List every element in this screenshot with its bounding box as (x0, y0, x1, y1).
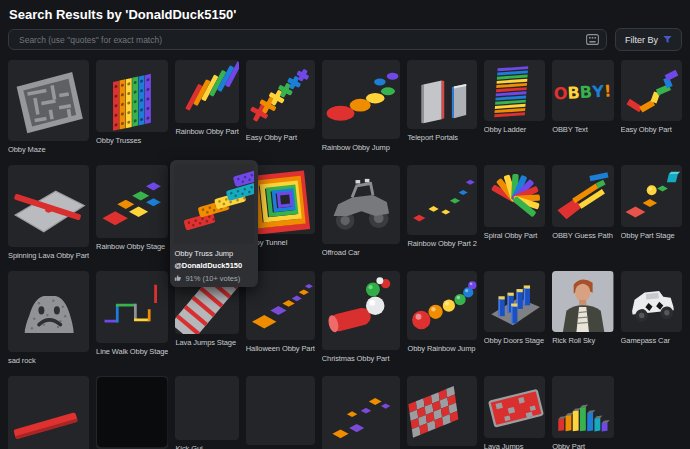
asset-tile[interactable]: Obby Maze (8, 60, 89, 154)
asset-grid: Obby MazeObby TrussesRainbow Obby PartEa… (0, 51, 690, 449)
sadRock-thumbnail (8, 271, 89, 352)
asset-label: Line Walk Obby Stage (96, 347, 168, 356)
asset-tile[interactable]: Obby Part Stage (621, 165, 682, 259)
blank-thumbnail (175, 376, 238, 439)
filter-by-button[interactable]: Filter By (615, 28, 682, 51)
doorsStage-thumbnail (484, 271, 545, 332)
asset-tile[interactable]: Rainbow Obby Part 2 (407, 165, 476, 259)
lavaSpinner-thumbnail (8, 165, 89, 246)
hover-card-rating: 91% (10+ votes) (174, 274, 254, 282)
asset-tile[interactable]: Spinning Lava Obby Part (8, 165, 89, 259)
hover-card-title: Obby Truss Jump (174, 249, 254, 258)
asset-tile[interactable]: Obby Ladder (484, 60, 545, 154)
asset-label: OBBY Guess Path (552, 231, 613, 240)
rating-text: 91% (10+ votes) (185, 275, 240, 283)
search-input[interactable] (8, 29, 607, 50)
asset-label: Easy Obby Part (621, 125, 682, 134)
asset-tile[interactable]: Spiral Obby Part (484, 165, 545, 259)
rainbowSteps-thumbnail (552, 376, 613, 437)
trussJump-thumbnail (174, 164, 254, 244)
asset-label: Rainbow Obby Jump (322, 143, 401, 152)
asset-tile[interactable]: Darkest Sky (96, 376, 168, 449)
asset-tile[interactable]: Obby Part (552, 376, 613, 449)
offroadCar-thumbnail (322, 165, 401, 244)
lineWalk-thumbnail (96, 271, 168, 343)
asset-tile[interactable]: Obby Trusses (96, 60, 168, 154)
asset-tile[interactable]: Kick Gui (175, 376, 238, 449)
asset-tile[interactable]: Offroad Car (322, 165, 401, 259)
page-title: Search Results by 'DonaldDuck5150' (0, 0, 690, 28)
guessPath-thumbnail (552, 165, 613, 226)
asset-label: Rainbow Obby Stage (96, 242, 168, 251)
rainbowSpheres-thumbnail (407, 271, 476, 340)
asset-tile[interactable]: Obby Rainbow Jump (407, 271, 476, 365)
filter-by-label: Filter By (625, 35, 658, 45)
asset-tile[interactable]: Gamepass Car (621, 271, 682, 365)
smallDiamonds-thumbnail (407, 165, 476, 234)
asset-tile[interactable]: Obby Truss Jump Obby Truss Jump @DonaldD… (175, 165, 238, 259)
halloween2-thumbnail (322, 376, 401, 449)
asset-tile[interactable]: Lava Floor Stage (407, 376, 476, 449)
asset-tile[interactable]: Halloween Obby Part v2 (322, 376, 401, 449)
asset-label: Offroad Car (322, 248, 401, 257)
asset-tile[interactable]: sad rock (8, 271, 89, 365)
search-field-wrap (8, 29, 607, 51)
asset-label: Spiral Obby Part (484, 231, 545, 240)
zigzag-thumbnail (621, 60, 682, 121)
asset-label: Obby Doors Stage (484, 336, 545, 345)
toolbar: Filter By (0, 28, 690, 51)
asset-tile[interactable]: Rick Roll Sky (552, 271, 613, 365)
obbyText-thumbnail: OBBY! (552, 60, 613, 121)
shapesStage-thumbnail (621, 165, 682, 226)
svg-text:OBBY!: OBBY! (553, 81, 612, 103)
asset-tile[interactable]: Laser For Obby (8, 376, 89, 449)
asset-label: Lava Jumps (484, 442, 545, 449)
portals-thumbnail (407, 60, 476, 129)
rickRoll-thumbnail (552, 271, 613, 332)
asset-label: Rick Roll Sky (552, 336, 613, 345)
asset-label: Lava Jumps Stage (175, 338, 238, 347)
asset-tile[interactable]: Easy Obby Part (621, 60, 682, 154)
trussWall-thumbnail (96, 60, 168, 132)
asset-tile[interactable]: Lava Jumps (484, 376, 545, 449)
asset-label: Spinning Lava Obby Part (8, 251, 89, 260)
asset-tile[interactable]: Christmas Obby Part (322, 271, 401, 365)
jumpPads-thumbnail (322, 60, 401, 139)
asset-label: Obby Trusses (96, 136, 168, 145)
asset-tile[interactable]: Rainbow Obby Jump (322, 60, 401, 154)
asset-tile[interactable]: Line Walk Obby Stage (96, 271, 168, 365)
asset-label: Obby Ladder (484, 125, 545, 134)
asset-hover-card[interactable]: Obby Truss Jump @DonaldDuck5150 91% (10+… (170, 160, 258, 287)
asset-tile[interactable]: Rainbow Obby Part (175, 60, 238, 154)
hover-card-author[interactable]: @DonaldDuck5150 (174, 261, 254, 270)
filter-funnel-icon (663, 35, 672, 44)
colorSquares-thumbnail (96, 165, 168, 237)
asset-label: Kick Gui (175, 444, 238, 449)
asset-label: Christmas Obby Part (322, 354, 401, 363)
crosses-thumbnail (246, 60, 315, 129)
asset-label: Rainbow Obby Part 2 (407, 239, 476, 248)
asset-label: Teleport Portals (407, 133, 476, 142)
asset-tile[interactable]: Obby Doors Stage (484, 271, 545, 365)
asset-label: Gamepass Car (621, 336, 682, 345)
asset-label: sad rock (8, 356, 89, 365)
asset-label: Obby Maze (8, 145, 89, 154)
christmas-thumbnail (322, 271, 401, 350)
blank-thumbnail (246, 376, 315, 445)
maze-thumbnail (8, 60, 89, 141)
asset-label: Rainbow Obby Part (175, 127, 238, 136)
asset-label: Halloween Obby Part (246, 344, 315, 353)
lavaFloor-thumbnail (484, 376, 545, 437)
asset-tile[interactable]: Rainbow Obby Stage (96, 165, 168, 259)
asset-tile[interactable]: Teleport Portals (407, 60, 476, 154)
lavaChecker-thumbnail (407, 376, 476, 445)
darkSky-thumbnail (96, 376, 168, 448)
asset-tile[interactable]: OBBY Guess Path (552, 165, 613, 259)
ladder-thumbnail (484, 60, 545, 121)
asset-label: OBBY Text (552, 125, 613, 134)
asset-tile[interactable]: Easy Obby Part (246, 60, 315, 154)
asset-tile[interactable]: OBBY!OBBY Text (552, 60, 613, 154)
keyboard-icon[interactable] (586, 34, 599, 45)
asset-tile[interactable]: Sunray Effect (246, 376, 315, 449)
asset-label: Easy Obby Part (246, 133, 315, 142)
